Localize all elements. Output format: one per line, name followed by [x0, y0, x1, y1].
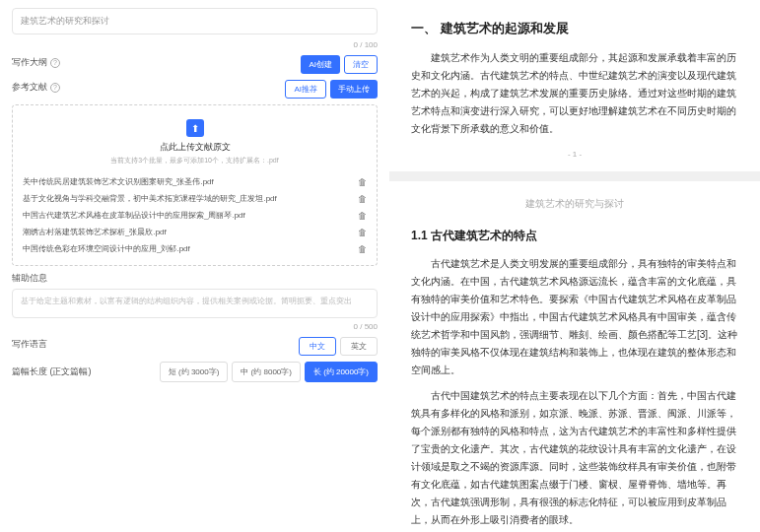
supp-label: 辅助信息 [12, 272, 378, 285]
refs-upload-button[interactable]: 手动上传 [330, 80, 378, 99]
file-item: 中国传统色彩在环境空间设计中的应用_刘郁.pdf 🗑 [21, 240, 369, 257]
supp-textarea[interactable]: 基于给定主题和素材，以富有逻辑的结构组织内容，提供相关案例或论据。简明扼要、重点… [12, 289, 378, 318]
lang-zh-button[interactable]: 中文 [299, 337, 336, 356]
upload-zone[interactable]: ⬆ 点此上传文献原文 当前支持3个批量，最多可添加10个，支持扩展名：.pdf … [12, 104, 378, 266]
outline-ai-button[interactable]: AI创建 [301, 55, 340, 74]
supp-counter: 0 / 500 [12, 322, 378, 331]
length-mid-button[interactable]: 中 (约 8000字) [232, 362, 301, 382]
topic-counter: 0 / 100 [12, 40, 378, 49]
topic-input[interactable]: 建筑艺术的研究和探讨 [12, 8, 378, 34]
page-break [389, 171, 760, 181]
delete-icon[interactable]: 🗑 [358, 211, 367, 221]
outline-label: 写作大纲 ? [12, 56, 60, 69]
doc-paragraph: 建筑艺术作为人类文明的重要组成部分，其起源和发展承载着丰富的历史和文化内涵。古代… [411, 49, 738, 138]
file-item: 中国古代建筑艺术风格在皮革制品设计中的应用探索_周丽琴.pdf 🗑 [21, 207, 369, 224]
length-label: 篇幅长度 (正文篇幅) [12, 366, 92, 378]
refs-ai-button[interactable]: AI推荐 [285, 80, 326, 99]
doc-paragraph: 古代建筑艺术是人类文明发展的重要组成部分，具有独特的审美特点和文化内涵。在中国，… [411, 255, 738, 379]
doc-heading-2: 1.1 古代建筑艺术的特点 [411, 226, 738, 245]
document-preview: 一、 建筑艺术的起源和发展 建筑艺术作为人类文明的重要组成部分，其起源和发展承载… [389, 0, 760, 532]
file-list: 关中传统民居建筑装饰艺术文识别图案研究_张圣伟.pdf 🗑 基于文化视角与学科交… [21, 173, 369, 257]
file-item: 基于文化视角与学科交融背景，初中美术拓宽课程学域的研究_庄发坦.pdf 🗑 [21, 190, 369, 207]
length-long-button[interactable]: 长 (约 20000字) [305, 362, 378, 382]
delete-icon[interactable]: 🗑 [358, 194, 367, 204]
length-short-button[interactable]: 短 (约 3000字) [160, 362, 229, 382]
doc-heading-1: 一、 建筑艺术的起源和发展 [411, 18, 738, 39]
upload-icon: ⬆ [186, 119, 204, 137]
delete-icon[interactable]: 🗑 [358, 228, 367, 237]
upload-hint: 当前支持3个批量，最多可添加10个，支持扩展名：.pdf [21, 156, 369, 166]
info-icon: ? [50, 83, 60, 93]
delete-icon[interactable]: 🗑 [358, 177, 367, 187]
config-panel: 建筑艺术的研究和探讨 0 / 100 写作大纲 ? AI创建 清空 参考文献 ?… [0, 0, 389, 532]
file-item: 潮绣古村落建筑装饰艺术探析_张晨欣.pdf 🗑 [21, 224, 369, 240]
upload-title: 点此上传文献原文 [21, 141, 369, 154]
info-icon: ? [50, 58, 60, 68]
doc-paragraph: 古代中国建筑艺术的特点主要表现在以下几个方面：首先，中国古代建筑具有多样化的风格… [411, 387, 738, 529]
refs-label: 参考文献 ? [12, 81, 60, 94]
file-item: 关中传统民居建筑装饰艺术文识别图案研究_张圣伟.pdf 🗑 [21, 173, 369, 190]
lang-label: 写作语言 [12, 338, 47, 351]
doc-center-title: 建筑艺术的研究与探讨 [411, 195, 738, 212]
delete-icon[interactable]: 🗑 [358, 244, 367, 254]
page-number: - 1 - [411, 148, 738, 162]
outline-clear-button[interactable]: 清空 [344, 55, 378, 74]
lang-en-button[interactable]: 英文 [340, 337, 378, 356]
